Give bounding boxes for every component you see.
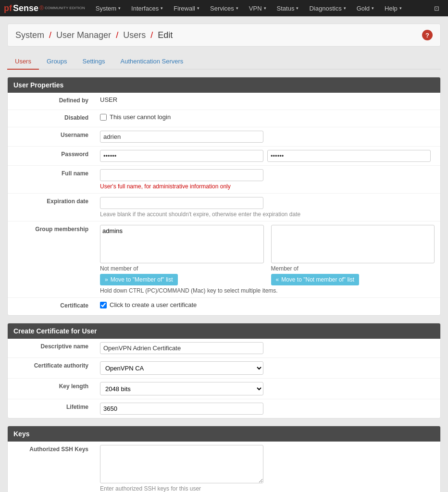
keys-panel: Keys Authorized SSH Keys Enter authorize…	[7, 426, 441, 492]
move-to-not-member-label: Move to "Not member of" list	[281, 276, 354, 283]
nav-firewall-label: Firewall	[174, 5, 195, 12]
nav-diagnostics[interactable]: Diagnostics ▾	[304, 0, 350, 16]
nav-services-label: Services	[210, 5, 234, 12]
certificate-authority-select[interactable]: OpenVPN CA	[100, 361, 263, 375]
brand-logo: pfSense® COMMUNITY EDITION	[4, 3, 85, 13]
username-control	[94, 127, 440, 146]
nav-vpn[interactable]: VPN ▾	[244, 0, 271, 16]
group-membership-row: Group membership admins Not member of » …	[8, 221, 440, 298]
disabled-row: Disabled This user cannot login	[8, 110, 440, 127]
defined-by-row: Defined by USER	[8, 93, 440, 110]
breadcrumb-usermanager: User Manager	[56, 30, 111, 40]
group-membership-control: admins Not member of » Move to "Member o…	[94, 221, 440, 297]
username-row: Username	[8, 127, 440, 147]
breadcrumb-panel: System / User Manager / Users / Edit ?	[7, 24, 441, 47]
nav-gold-label: Gold	[357, 5, 370, 12]
tab-settings[interactable]: Settings	[75, 54, 113, 70]
not-member-col: admins Not member of » Move to "Member o…	[100, 225, 264, 285]
nav-system[interactable]: System ▾	[91, 0, 125, 16]
nav-gold[interactable]: Gold ▾	[352, 0, 379, 16]
password-label: Password	[8, 147, 94, 162]
move-to-not-member-button[interactable]: « Move to "Not member of" list	[271, 274, 360, 285]
disabled-label: Disabled	[8, 110, 94, 125]
nav-system-caret: ▾	[118, 6, 121, 11]
move-to-not-member-icon: «	[276, 276, 279, 283]
move-to-member-button[interactable]: » Move to "Member of" list	[100, 274, 178, 285]
descriptive-name-control	[94, 339, 440, 357]
navbar-right: ⊡	[429, 0, 444, 16]
fullname-hint: User's full name, for administrative inf…	[100, 183, 435, 190]
lifetime-row: Lifetime	[8, 399, 440, 418]
nav-external-icon[interactable]: ⊡	[429, 0, 444, 16]
not-member-select[interactable]: admins	[100, 225, 264, 263]
username-input[interactable]	[100, 131, 263, 143]
tab-users[interactable]: Users	[7, 54, 39, 70]
nav-vpn-caret: ▾	[264, 6, 266, 11]
certificate-checkbox[interactable]	[100, 302, 107, 308]
breadcrumb: System / User Manager / Users / Edit	[15, 30, 173, 40]
nav-help-label: Help	[385, 5, 398, 12]
tab-groups[interactable]: Groups	[39, 54, 75, 70]
fullname-input[interactable]	[100, 169, 263, 181]
disabled-checkbox-text: This user cannot login	[110, 113, 171, 121]
defined-by-label: Defined by	[8, 93, 94, 108]
not-member-label: Not member of	[100, 265, 264, 272]
password-confirm-input[interactable]	[267, 150, 431, 162]
ssh-keys-control: Enter authorized SSH keys for this user	[94, 442, 440, 492]
certificate-authority-row: Certificate authority OpenVPN CA	[8, 358, 440, 379]
descriptive-name-input[interactable]	[100, 342, 263, 354]
user-properties-header: User Properties	[8, 77, 440, 93]
logo-sense: Sense	[13, 3, 38, 13]
create-certificate-header: Create Certificate for User	[8, 323, 440, 339]
disabled-control: This user cannot login	[94, 110, 440, 124]
key-length-label: Key length	[8, 379, 94, 394]
key-length-control: 2048 bits 4096 bits	[94, 379, 440, 399]
certificate-authority-label: Certificate authority	[8, 358, 94, 373]
breadcrumb-sep2: /	[116, 30, 118, 40]
tab-authentication-servers[interactable]: Authentication Servers	[113, 54, 191, 70]
expiration-input[interactable]	[100, 197, 263, 209]
certificate-control: Click to create a user certificate	[94, 298, 440, 312]
breadcrumb-system: System	[15, 30, 44, 40]
breadcrumb-sep3: /	[150, 30, 153, 40]
navbar: pfSense® COMMUNITY EDITION System ▾ Inte…	[0, 0, 448, 16]
nav-status[interactable]: Status ▾	[272, 0, 304, 16]
move-to-member-icon: »	[105, 276, 108, 283]
key-length-select[interactable]: 2048 bits 4096 bits	[100, 382, 263, 395]
lifetime-input[interactable]	[100, 403, 263, 415]
lifetime-control	[94, 399, 440, 418]
certificate-label: Certificate	[8, 298, 94, 313]
member-select[interactable]	[271, 225, 435, 263]
not-member-option-admins[interactable]: admins	[102, 227, 261, 235]
nav-services[interactable]: Services ▾	[205, 0, 243, 16]
logo-pf: pf	[4, 3, 12, 13]
member-label: Member of	[271, 265, 435, 272]
nav-firewall[interactable]: Firewall ▾	[169, 0, 204, 16]
fullname-label: Full name	[8, 166, 94, 181]
move-hint: Hold down CTRL (PC)/COMMAND (Mac) key to…	[100, 287, 435, 294]
user-properties-panel: User Properties Defined by USER Disabled…	[7, 77, 441, 316]
nav-interfaces[interactable]: Interfaces ▾	[126, 0, 168, 16]
descriptive-name-row: Descriptive name	[8, 339, 440, 358]
help-button[interactable]: ?	[422, 30, 433, 40]
username-label: Username	[8, 127, 94, 143]
nav-vpn-label: VPN	[249, 5, 262, 12]
nav-gold-caret: ▾	[372, 6, 374, 11]
nav-interfaces-caret: ▾	[161, 6, 163, 11]
ssh-keys-textarea[interactable]	[100, 445, 263, 483]
certificate-checkbox-label: Click to create a user certificate	[100, 301, 197, 308]
group-membership-cols: admins Not member of » Move to "Member o…	[100, 225, 435, 285]
logo-asterisk: ®	[39, 5, 44, 12]
ssh-keys-label: Authorized SSH Keys	[8, 442, 94, 457]
ssh-keys-row: Authorized SSH Keys Enter authorized SSH…	[8, 442, 440, 492]
nav-help[interactable]: Help ▾	[380, 0, 407, 16]
certificate-authority-control: OpenVPN CA	[94, 358, 440, 378]
expiration-label: Expiration date	[8, 194, 94, 209]
ssh-keys-hint: Enter authorized SSH keys for this user	[100, 485, 435, 492]
password-row: Password	[8, 147, 440, 166]
nav-interfaces-label: Interfaces	[131, 5, 159, 12]
disabled-checkbox[interactable]	[100, 114, 107, 121]
certificate-checkbox-text: Click to create a user certificate	[110, 301, 197, 308]
password-input[interactable]	[100, 150, 263, 162]
disabled-checkbox-label: This user cannot login	[100, 113, 171, 121]
